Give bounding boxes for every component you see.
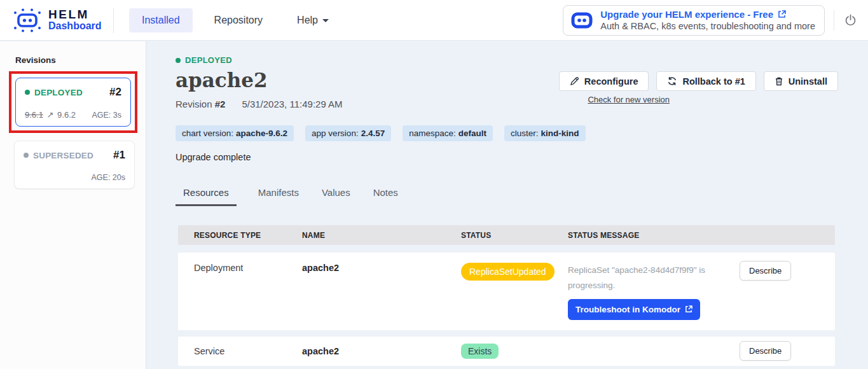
revision-card-1[interactable]: SUPERSEDED #1 AGE: 20s — [14, 141, 135, 189]
col-status-message: STATUS MESSAGE — [568, 231, 740, 240]
revision-age: AGE: 20s — [92, 173, 126, 182]
describe-button[interactable]: Describe — [740, 261, 791, 281]
uninstall-label: Uninstall — [789, 76, 827, 87]
version-change: 9.6.1 ↗ 9.6.2 — [25, 110, 76, 120]
helm-dashboard-logo[interactable]: HELM Dashboard — [0, 7, 113, 34]
tab-values[interactable]: Values — [320, 183, 352, 206]
deployed-status-label: DEPLOYED — [185, 55, 232, 65]
logo-title: HELM — [48, 8, 102, 21]
namespace-badge: namespace:default — [403, 125, 493, 141]
revision-number: #2 — [109, 86, 121, 99]
uninstall-button[interactable]: Uninstall — [764, 71, 838, 91]
status-dot-icon — [24, 153, 29, 158]
revision-word: Revision — [176, 99, 212, 109]
describe-button[interactable]: Describe — [740, 341, 791, 361]
status-dot-icon — [25, 90, 30, 95]
badge-value: 2.4.57 — [361, 129, 385, 138]
upgrade-banner-title: Upgrade your HELM experience - Free — [600, 9, 773, 20]
table-row: Deployment apache2 ReplicaSetUpdated Rep… — [178, 253, 835, 330]
upgrade-banner-text: Upgrade your HELM experience - Free Auth… — [600, 9, 815, 31]
revision-label: Revision #2 — [176, 99, 225, 109]
col-resource-type: RESOURCE TYPE — [194, 231, 302, 240]
nav-installed-label: Installed — [142, 15, 180, 26]
status-badge: ReplicaSetUpdated — [461, 263, 555, 281]
header-divider — [113, 8, 114, 33]
tab-resources[interactable]: Resources — [176, 183, 237, 206]
badge-label: chart version: — [182, 129, 233, 138]
revision-status: DEPLOYED — [25, 88, 83, 97]
troubleshoot-label: Troubleshoot in Komodor — [575, 305, 680, 314]
rollback-icon — [667, 76, 677, 86]
deployed-status: DEPLOYED — [176, 55, 868, 65]
badge-value: default — [458, 129, 486, 138]
status-badge: Exists — [461, 344, 499, 359]
upgrade-arrow-icon: ↗ — [47, 110, 54, 120]
status-dot-icon — [176, 58, 181, 63]
revision-status: SUPERSEDED — [24, 151, 93, 160]
header-divider — [834, 10, 834, 31]
nav-tab-repository[interactable]: Repository — [202, 8, 275, 32]
resources-table: RESOURCE TYPE NAME STATUS STATUS MESSAGE… — [178, 225, 835, 366]
upgrade-banner[interactable]: Upgrade your HELM experience - Free Auth… — [563, 5, 825, 36]
check-new-version-link[interactable]: Check for new version — [588, 95, 670, 104]
nav-tab-installed[interactable]: Installed — [129, 8, 193, 32]
rollback-button[interactable]: Rollback to #1 — [656, 71, 755, 91]
nav-repository-label: Repository — [214, 15, 263, 26]
highlight-annotation-frame: DEPLOYED #2 9.6.1 ↗ 9.6.2 AGE: 3s — [9, 71, 137, 133]
release-metadata-badges: chart version:apache-9.6.2 app version:2… — [176, 125, 868, 141]
chevron-down-icon — [322, 19, 329, 22]
release-detail-panel: DEPLOYED apache2 Revision #2 5/31/2023, … — [147, 41, 868, 369]
reconfigure-label: Reconfigure — [584, 76, 638, 87]
badge-label: app version: — [312, 129, 359, 138]
troubleshoot-komodor-button[interactable]: Troubleshoot in Komodor — [568, 299, 700, 320]
revision-status-label: SUPERSEDED — [33, 151, 93, 160]
resource-name-cell: apache2 — [302, 263, 461, 273]
release-description: Upgrade complete — [176, 152, 868, 162]
trash-icon — [775, 76, 783, 86]
old-version: 9.6.1 — [25, 110, 43, 120]
external-link-icon — [685, 305, 692, 313]
upgrade-banner-subtitle: Auth & RBAC, k8s events, troubleshooting… — [600, 21, 815, 31]
revisions-title: Revisions — [15, 55, 146, 65]
revision-card-2[interactable]: DEPLOYED #2 9.6.1 ↗ 9.6.2 AGE: 3s — [15, 78, 131, 127]
logo-text: HELM Dashboard — [48, 8, 102, 32]
helm-robot-icon — [13, 7, 42, 34]
reconfigure-button[interactable]: Reconfigure — [559, 71, 649, 91]
revision-age: AGE: 3s — [92, 111, 121, 120]
table-header-row: RESOURCE TYPE NAME STATUS STATUS MESSAGE — [178, 225, 835, 245]
logo-subtitle: Dashboard — [48, 21, 102, 32]
revisions-sidebar: Revisions DEPLOYED #2 9.6.1 ↗ 9.6.2 AGE:… — [0, 41, 146, 369]
badge-label: cluster: — [511, 129, 539, 138]
tab-notes[interactable]: Notes — [372, 183, 399, 206]
resource-name-cell: apache2 — [302, 346, 461, 356]
nav-help-label: Help — [297, 15, 318, 26]
tab-manifests[interactable]: Manifests — [257, 183, 300, 206]
badge-value: apache-9.6.2 — [236, 129, 287, 138]
table-row: Service apache2 Exists Describe — [178, 337, 835, 366]
col-name: NAME — [302, 231, 461, 240]
rollback-label: Rollback to #1 — [682, 76, 745, 87]
resource-type-cell: Service — [194, 346, 302, 356]
detail-tabs: Resources Manifests Values Notes — [176, 183, 868, 206]
external-link-icon — [778, 10, 786, 18]
main-navigation: Installed Repository Help — [129, 8, 341, 32]
release-timestamp: 5/31/2023, 11:49:29 AM — [242, 99, 342, 109]
top-bar: HELM Dashboard Installed Repository Help… — [0, 0, 868, 41]
col-status: STATUS — [461, 231, 568, 240]
chart-version-badge: chart version:apache-9.6.2 — [176, 125, 294, 141]
nav-menu-help[interactable]: Help — [284, 8, 341, 32]
shutdown-button[interactable] — [844, 14, 857, 26]
revision-number: #1 — [113, 149, 125, 162]
resource-type-cell: Deployment — [194, 263, 302, 273]
release-actions: Reconfigure Rollback to #1 Uninstall — [559, 71, 838, 91]
revision-info: Revision #2 5/31/2023, 11:49:29 AM — [176, 99, 868, 109]
revision-number: #2 — [215, 99, 226, 109]
badge-value: kind-kind — [541, 129, 579, 138]
badge-label: namespace: — [409, 129, 456, 138]
power-icon — [844, 14, 857, 26]
cluster-badge: cluster:kind-kind — [504, 125, 586, 141]
komodor-icon — [571, 11, 593, 29]
revision-status-label: DEPLOYED — [34, 88, 83, 97]
status-message: ReplicaSet "apache2-84d4d7f9f9" is progr… — [568, 263, 720, 294]
new-version: 9.6.2 — [57, 110, 76, 120]
